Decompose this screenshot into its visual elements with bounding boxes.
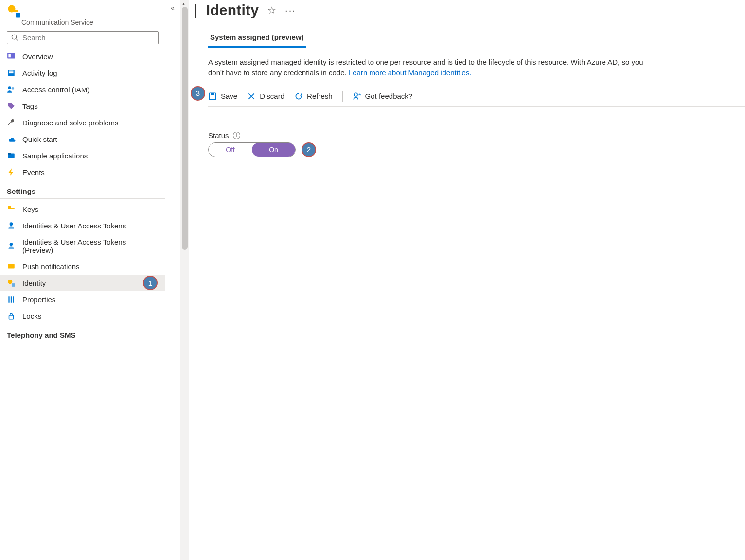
svg-rect-2 [16, 13, 20, 18]
sidebar-item-quick-start[interactable]: Quick start [0, 131, 165, 147]
folder-icon [7, 151, 16, 160]
sidebar-item-label: Identities & User Access Tokens (Preview… [22, 238, 159, 254]
annotation-callout-3: 3 [191, 86, 205, 101]
feedback-icon [353, 92, 361, 101]
sidebar-item-label: Locks [22, 312, 41, 320]
feedback-button[interactable]: Got feedback? [353, 92, 413, 101]
sidebar-item-locks[interactable]: Locks [0, 308, 165, 324]
refresh-label: Refresh [307, 92, 333, 100]
svg-point-10 [8, 86, 11, 89]
svg-rect-20 [12, 283, 15, 287]
command-bar: 3 Save Discard Refresh Got feedback? [208, 88, 745, 107]
sidebar-item-sample-apps[interactable]: Sample applications [0, 147, 165, 164]
discard-icon [247, 92, 256, 101]
nav-primary: Overview Activity log Access control (IA… [0, 48, 165, 180]
status-label-row: Status i [208, 131, 745, 140]
wrench-icon [7, 118, 16, 127]
section-telephony: Telephony and SMS [0, 324, 165, 342]
push-icon [7, 262, 16, 271]
user-icon [7, 221, 16, 230]
status-label: Status [208, 131, 229, 140]
favorite-star-icon[interactable]: ☆ [267, 4, 276, 16]
refresh-icon [294, 92, 303, 101]
sidebar-item-label: Properties [22, 296, 55, 304]
sidebar-scrollbar[interactable]: ▴ [180, 0, 189, 560]
sidebar-item-label: Push notifications [22, 262, 80, 271]
discard-button[interactable]: Discard [247, 92, 284, 101]
toolbar-separator [342, 91, 343, 102]
sidebar-item-properties[interactable]: Properties [0, 291, 165, 308]
svg-rect-18 [8, 264, 15, 269]
svg-rect-9 [9, 72, 14, 73]
sidebar-item-label: Diagnose and solve problems [22, 119, 119, 127]
svg-rect-22 [11, 296, 12, 303]
svg-point-19 [8, 280, 12, 284]
description-text: A system assigned managed identity is re… [208, 48, 646, 88]
svg-point-17 [10, 243, 13, 246]
bolt-icon [7, 168, 16, 176]
toggle-on-option[interactable]: On [252, 143, 295, 157]
sidebar-item-label: Quick start [22, 135, 57, 143]
svg-point-16 [10, 222, 13, 226]
scroll-thumb[interactable] [182, 7, 188, 250]
sidebar-item-label: Events [22, 168, 45, 176]
sidebar-item-label: Keys [22, 205, 38, 213]
sidebar-item-label: Sample applications [22, 152, 88, 160]
search-icon [11, 34, 18, 41]
scroll-up-icon[interactable]: ▴ [182, 1, 185, 6]
properties-icon [7, 295, 16, 304]
svg-line-4 [16, 39, 18, 41]
section-settings: Settings [0, 180, 165, 199]
feedback-label: Got feedback? [365, 92, 413, 100]
svg-point-11 [12, 87, 15, 90]
sidebar-item-keys[interactable]: Keys [0, 201, 165, 217]
svg-point-29 [354, 93, 357, 96]
tabs: System assigned (preview) [208, 28, 745, 48]
info-icon[interactable]: i [233, 132, 240, 139]
svg-rect-23 [13, 296, 14, 303]
save-icon [208, 92, 217, 101]
tab-system-assigned[interactable]: System assigned (preview) [208, 28, 306, 48]
refresh-button[interactable]: Refresh [294, 92, 333, 101]
sidebar-item-identity[interactable]: Identity 1 [0, 275, 165, 291]
sidebar-item-push-notifications[interactable]: Push notifications [0, 258, 165, 275]
user-icon [7, 242, 16, 250]
collapse-sidebar-button[interactable]: « [165, 0, 180, 560]
status-area: Status i Off On 2 [208, 107, 745, 157]
sidebar-item-label: Activity log [22, 69, 57, 77]
key-icon [7, 205, 16, 213]
sidebar-item-label: Identities & User Access Tokens [22, 222, 126, 230]
service-type: Communication Service [0, 18, 165, 26]
toggle-off-option[interactable]: Off [209, 143, 252, 157]
svg-rect-8 [9, 71, 14, 72]
sidebar-item-label: Identity [22, 279, 46, 287]
svg-rect-21 [8, 296, 9, 303]
svg-rect-26 [211, 93, 214, 95]
sidebar-item-label: Tags [22, 102, 38, 110]
sidebar-item-label: Overview [22, 52, 53, 61]
search-input[interactable] [22, 34, 154, 42]
main-pane: | Identity ☆ ··· System assigned (previe… [189, 0, 745, 560]
save-button[interactable]: Save [208, 92, 237, 101]
sidebar-item-tags[interactable]: Tags [0, 98, 165, 114]
title-row: | Identity ☆ ··· [194, 0, 745, 23]
sidebar-item-diagnose[interactable]: Diagnose and solve problems [0, 114, 165, 131]
search-box[interactable] [7, 31, 159, 44]
activity-icon [7, 69, 16, 77]
iam-icon [7, 85, 16, 94]
sidebar-item-activity-log[interactable]: Activity log [0, 65, 165, 81]
more-actions-icon[interactable]: ··· [285, 5, 296, 16]
svg-rect-15 [10, 208, 15, 209]
svg-rect-6 [8, 54, 11, 58]
page-title: Identity [206, 2, 259, 18]
learn-more-link[interactable]: Learn more about Managed identities. [349, 69, 472, 77]
sidebar-item-events[interactable]: Events [0, 164, 165, 180]
sidebar-item-overview[interactable]: Overview [0, 48, 165, 65]
sidebar-item-access-control[interactable]: Access control (IAM) [0, 81, 165, 98]
annotation-callout-1: 1 [143, 276, 158, 290]
sidebar-item-identities-tokens-preview[interactable]: Identities & User Access Tokens (Preview… [0, 234, 165, 258]
sidebar-item-identities-tokens[interactable]: Identities & User Access Tokens [0, 217, 165, 234]
status-toggle[interactable]: Off On [208, 142, 296, 157]
svg-point-3 [12, 35, 16, 39]
identity-icon [7, 279, 16, 287]
